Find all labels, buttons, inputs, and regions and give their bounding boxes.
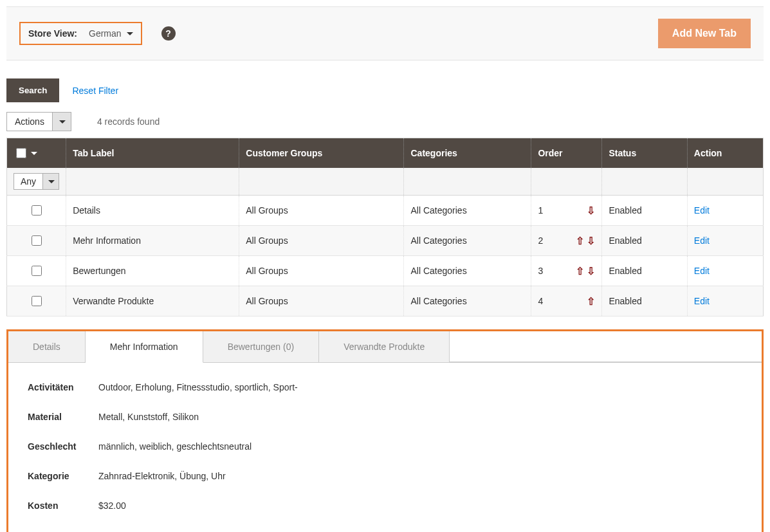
attribute-row: MaterialMetall, Kunststoff, Silikon bbox=[28, 412, 742, 422]
cell-tab-label: Bewertungen bbox=[66, 256, 239, 286]
reset-filter-link[interactable]: Reset Filter bbox=[72, 86, 118, 96]
mass-actions-label: Actions bbox=[7, 113, 52, 131]
attribute-label: Material bbox=[28, 412, 98, 422]
move-down-icon[interactable]: ⇩ bbox=[587, 235, 595, 247]
cell-order: 4 bbox=[538, 296, 543, 306]
edit-link[interactable]: Edit bbox=[694, 205, 710, 216]
cell-status: Enabled bbox=[602, 196, 687, 226]
attribute-label: Kategorie bbox=[28, 471, 98, 481]
cell-status: Enabled bbox=[602, 226, 687, 256]
attribute-row: Geschlechtmännlich, weiblich, geschlecht… bbox=[28, 441, 742, 452]
filter-any-label: Any bbox=[14, 174, 42, 189]
row-checkbox[interactable] bbox=[32, 266, 42, 276]
col-header-checkbox[interactable] bbox=[7, 138, 66, 169]
attribute-value: Metall, Kunststoff, Silikon bbox=[98, 412, 199, 422]
preview-tabs: DetailsMehr InformationBewertungen (0)Ve… bbox=[8, 331, 762, 363]
filter-row: Search Reset Filter bbox=[6, 78, 764, 102]
attribute-row: KategorieZahnrad-Elektronik, Übung, Uhr bbox=[28, 471, 742, 481]
table-row[interactable]: BewertungenAll GroupsAll Categories3⇧⇩En… bbox=[7, 256, 764, 286]
table-row[interactable]: DetailsAll GroupsAll Categories1⇩Enabled… bbox=[7, 196, 764, 226]
mass-actions-dropdown[interactable]: Actions bbox=[6, 112, 71, 131]
filter-row-inputs: Any bbox=[7, 168, 764, 196]
move-up-icon[interactable]: ⇧ bbox=[576, 235, 584, 247]
table-row[interactable]: Verwandte ProdukteAll GroupsAll Categori… bbox=[7, 286, 764, 316]
top-bar: Store View: German ? Add New Tab bbox=[6, 6, 764, 60]
preview-tab[interactable]: Bewertungen (0) bbox=[203, 331, 320, 362]
cell-order: 2 bbox=[538, 235, 543, 246]
col-header-customer-groups[interactable]: Customer Groups bbox=[239, 138, 404, 169]
edit-link[interactable]: Edit bbox=[694, 266, 710, 276]
cell-order: 3 bbox=[538, 266, 543, 276]
row-checkbox[interactable] bbox=[32, 296, 42, 306]
preview-tab[interactable]: Mehr Information bbox=[86, 331, 203, 363]
preview-tab[interactable]: Verwandte Produkte bbox=[319, 331, 450, 362]
col-header-order[interactable]: Order bbox=[531, 138, 602, 169]
help-icon[interactable]: ? bbox=[161, 26, 176, 41]
cell-categories: All Categories bbox=[404, 256, 531, 286]
chevron-down-icon bbox=[127, 32, 133, 35]
table-row[interactable]: Mehr InformationAll GroupsAll Categories… bbox=[7, 226, 764, 256]
store-view-value: German bbox=[89, 28, 122, 39]
attribute-value: Zahnrad-Elektronik, Übung, Uhr bbox=[98, 471, 226, 481]
store-view-switcher[interactable]: Store View: German bbox=[19, 22, 142, 45]
preview-tab[interactable]: Details bbox=[8, 331, 86, 362]
row-checkbox[interactable] bbox=[32, 235, 42, 246]
move-down-icon[interactable]: ⇩ bbox=[587, 265, 595, 277]
cell-customer-groups: All Groups bbox=[239, 286, 404, 316]
col-header-tab-label[interactable]: Tab Label bbox=[66, 138, 239, 169]
move-up-icon[interactable]: ⇧ bbox=[576, 265, 584, 277]
attribute-value: männlich, weiblich, geschlechtsneutral bbox=[98, 441, 252, 452]
chevron-down-icon bbox=[31, 152, 37, 155]
attribute-list: ActivitätenOutdoor, Erholung, Fitnessstu… bbox=[8, 363, 762, 511]
preview-box: DetailsMehr InformationBewertungen (0)Ve… bbox=[6, 329, 764, 532]
cell-categories: All Categories bbox=[404, 286, 531, 316]
cell-tab-label: Details bbox=[66, 196, 239, 226]
select-all-checkbox[interactable] bbox=[16, 148, 26, 158]
attribute-label: Activitäten bbox=[28, 382, 98, 392]
store-view-label: Store View: bbox=[28, 28, 77, 39]
cell-categories: All Categories bbox=[404, 226, 531, 256]
attribute-label: Geschlecht bbox=[28, 441, 98, 452]
cell-order: 1 bbox=[538, 205, 543, 216]
search-button[interactable]: Search bbox=[6, 78, 59, 102]
attribute-row: Kosten$32.00 bbox=[28, 500, 742, 511]
col-header-status[interactable]: Status bbox=[602, 138, 687, 169]
tabs-grid: Tab Label Customer Groups Categories Ord… bbox=[6, 138, 764, 316]
edit-link[interactable]: Edit bbox=[694, 235, 710, 246]
move-up-icon[interactable]: ⇧ bbox=[587, 295, 595, 307]
chevron-down-icon bbox=[52, 113, 71, 131]
cell-customer-groups: All Groups bbox=[239, 256, 404, 286]
move-down-icon[interactable]: ⇩ bbox=[587, 205, 595, 217]
col-header-action: Action bbox=[687, 138, 763, 169]
attribute-label: Kosten bbox=[28, 500, 98, 511]
records-found: 4 records found bbox=[97, 116, 160, 127]
edit-link[interactable]: Edit bbox=[694, 296, 710, 306]
attribute-row: ActivitätenOutdoor, Erholung, Fitnessstu… bbox=[28, 382, 742, 392]
add-new-tab-button[interactable]: Add New Tab bbox=[658, 19, 751, 48]
attribute-value: Outdoor, Erholung, Fitnessstudio, sportl… bbox=[98, 382, 298, 392]
row-checkbox[interactable] bbox=[32, 205, 42, 216]
filter-any-dropdown[interactable]: Any bbox=[14, 173, 59, 190]
cell-status: Enabled bbox=[602, 256, 687, 286]
cell-tab-label: Mehr Information bbox=[66, 226, 239, 256]
cell-customer-groups: All Groups bbox=[239, 196, 404, 226]
cell-categories: All Categories bbox=[404, 196, 531, 226]
chevron-down-icon bbox=[42, 174, 59, 189]
cell-status: Enabled bbox=[602, 286, 687, 316]
col-header-categories[interactable]: Categories bbox=[404, 138, 531, 169]
actions-row: Actions 4 records found bbox=[6, 112, 764, 131]
cell-customer-groups: All Groups bbox=[239, 226, 404, 256]
cell-tab-label: Verwandte Produkte bbox=[66, 286, 239, 316]
attribute-value: $32.00 bbox=[98, 500, 126, 511]
